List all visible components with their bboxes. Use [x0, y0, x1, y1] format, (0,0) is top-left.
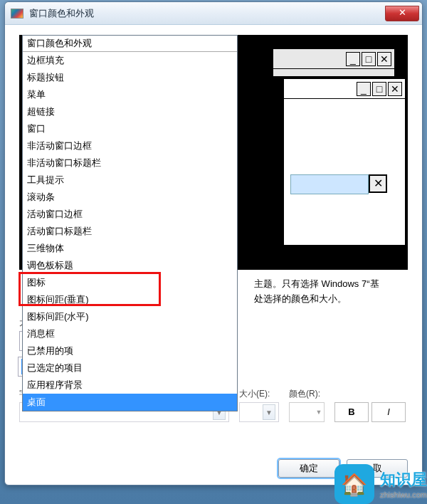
font-size-combo: ▼: [239, 402, 279, 422]
watermark: 🏠 知识屋 zhishiwu.com: [334, 464, 427, 504]
chevron-down-icon: ▼: [263, 404, 275, 420]
dropdown-item[interactable]: 窗口: [23, 120, 237, 137]
window-title: 窗口颜色和外观: [29, 7, 94, 20]
dropdown-item[interactable]: 边框填充: [23, 52, 237, 69]
dropdown-item[interactable]: 活动窗口标题栏: [23, 223, 237, 240]
dropdown-item[interactable]: 三维物体: [23, 240, 237, 257]
dropdown-item[interactable]: 图标间距(垂直): [23, 291, 237, 308]
bold-button[interactable]: B: [334, 402, 369, 422]
dropdown-item[interactable]: 活动窗口边框: [23, 206, 237, 223]
description-text: 主题。只有选择 Windows 7“基 处选择的颜色和大小。: [254, 277, 408, 307]
dropdown-item[interactable]: 滚动条: [23, 189, 237, 206]
minimize-icon: _: [357, 82, 371, 96]
dropdown-item[interactable]: 图标间距(水平): [23, 308, 237, 325]
italic-button[interactable]: I: [371, 402, 406, 422]
window: 窗口颜色和外观 ✕ _ □ ✕ _ □ ✕ ✕: [4, 1, 423, 485]
item-dropdown-list: 窗口颜色和外观 边框填充标题按钮菜单超链接窗口非活动窗口边框非活动窗口标题栏工具…: [22, 35, 238, 411]
dropdown-item[interactable]: 图标: [23, 274, 237, 291]
font-size-label: 大小(E):: [239, 388, 279, 400]
maximize-icon: □: [362, 52, 376, 66]
dropdown-item[interactable]: 工具提示: [23, 172, 237, 189]
dropdown-item[interactable]: 标题按钮: [23, 69, 237, 86]
close-icon: ✕: [388, 82, 402, 96]
dropdown-item[interactable]: 调色板标题: [23, 257, 237, 274]
preview-message-box: ✕: [290, 174, 390, 196]
dropdown-item[interactable]: 非活动窗口边框: [23, 137, 237, 154]
ok-button[interactable]: 确定: [278, 459, 339, 478]
font-color-label: 颜色(R):: [289, 388, 325, 400]
font-color-picker: ▼: [289, 402, 325, 422]
minimize-icon: _: [346, 52, 360, 66]
dropdown-item[interactable]: 应用程序背景: [23, 377, 237, 394]
dropdown-item[interactable]: 菜单: [23, 86, 237, 103]
dropdown-item[interactable]: 超链接: [23, 103, 237, 120]
preview-inactive-window: _ □ ✕: [273, 48, 395, 77]
dropdown-item[interactable]: 已选定的项目: [23, 359, 237, 377]
house-icon: 🏠: [334, 464, 374, 504]
close-icon: ✕: [377, 52, 391, 66]
maximize-icon: □: [372, 82, 386, 96]
titlebar: 窗口颜色和外观 ✕: [5, 2, 422, 25]
dropdown-item[interactable]: 消息框: [23, 325, 237, 342]
close-icon: ✕: [369, 174, 387, 193]
dropdown-item[interactable]: 桌面: [23, 394, 237, 411]
dropdown-item[interactable]: 已禁用的项: [23, 342, 237, 359]
preview-active-window: _ □ ✕: [283, 78, 406, 246]
dropdown-header: 窗口颜色和外观: [23, 36, 237, 52]
close-button[interactable]: ✕: [385, 6, 419, 21]
dropdown-item[interactable]: 非活动窗口标题栏: [23, 154, 237, 172]
app-icon: [11, 9, 23, 19]
